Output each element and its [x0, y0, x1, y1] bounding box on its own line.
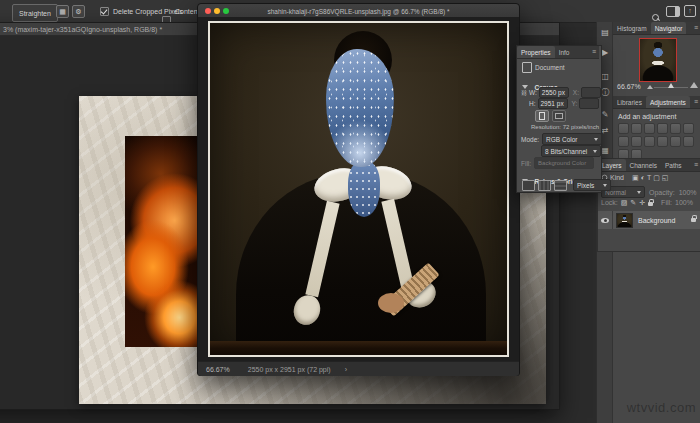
adjustment-curves-icon[interactable]	[644, 123, 655, 134]
layer-row-background[interactable]: Background	[598, 211, 700, 229]
layers-blend-row: Normal Opacity: 100%	[601, 186, 697, 198]
tab-adjustments[interactable]: Adjustments	[646, 96, 690, 108]
filter-smart-objects-icon[interactable]: ◱	[662, 174, 669, 181]
zoom-in-icon[interactable]	[690, 82, 698, 88]
navigator-zoom-value[interactable]: 66.67%	[617, 83, 641, 90]
canvas-height-row: H: 2951 px Y:	[521, 98, 599, 109]
properties-tabbar: Properties Info ≡	[517, 46, 599, 59]
portrait-hand	[378, 293, 404, 313]
layer-thumbnail[interactable]	[616, 213, 633, 228]
bit-depth-dropdown[interactable]: 8 Bits/Channel	[541, 145, 601, 157]
tab-libraries[interactable]: Libraries	[613, 96, 646, 108]
mode-row: Mode: RGB Color	[521, 133, 602, 145]
adjustment-icons-grid	[618, 123, 698, 160]
fill-label: Fill:	[521, 160, 531, 167]
eye-icon	[601, 218, 609, 223]
orientation-row	[535, 110, 566, 122]
link-dimensions-icon[interactable]: ⛓	[521, 90, 527, 96]
workspace-switcher-icon[interactable]	[666, 6, 680, 17]
canvas-height-field[interactable]: 2951 px	[538, 98, 568, 109]
layers-panel-menu-icon[interactable]: ≡	[694, 159, 700, 171]
filter-pixel-layers-icon[interactable]: ▣	[632, 174, 639, 181]
x-label: X:	[573, 89, 579, 96]
zoom-out-icon[interactable]	[647, 85, 653, 89]
navigator-zoom-slider-thumb[interactable]	[668, 83, 674, 88]
document-canvas-area[interactable]	[198, 17, 519, 361]
toggle-grid-icon[interactable]	[538, 180, 551, 191]
lock-position-icon[interactable]: ✛	[639, 199, 645, 206]
toggle-guides-icon[interactable]	[554, 180, 567, 191]
navigator-proxy-preview[interactable]	[639, 38, 677, 82]
orientation-landscape-button[interactable]	[552, 110, 566, 122]
mode-label: Mode:	[521, 136, 539, 143]
adjustment-color-balance-icon[interactable]	[618, 136, 629, 147]
layer-fill-value[interactable]: 100%	[675, 199, 693, 206]
active-document-window[interactable]: shahin-khalaji-r7gS86VQRLE-unsplash.jpg …	[197, 3, 520, 376]
layer-name[interactable]: Background	[638, 217, 675, 224]
tab-info[interactable]: Info	[555, 46, 574, 58]
properties-panel-menu-icon[interactable]: ≡	[592, 46, 599, 58]
portrait-galaxy-face	[326, 49, 394, 167]
tab-channels[interactable]: Channels	[626, 159, 661, 171]
h-label: H:	[529, 100, 536, 107]
lock-transparency-icon[interactable]: ▨	[621, 199, 628, 206]
clone-source-panel-icon[interactable]: ▤	[600, 28, 610, 38]
properties-doc-row: Document	[522, 62, 565, 73]
statusbar-options-chevron-icon[interactable]: ›	[345, 366, 347, 373]
units-value: Pixels	[577, 182, 594, 189]
canvas-width-field[interactable]: 2550 px	[539, 87, 569, 98]
rulers-row: Pixels	[522, 179, 611, 191]
resolution-label: Resolution: 72 pixels/inch	[531, 124, 599, 130]
statusbar-dimensions: 2550 px x 2951 px (72 ppi)	[248, 366, 331, 373]
adjustment-brightness-contrast-icon[interactable]	[618, 123, 629, 134]
adjustment-exposure-icon[interactable]	[657, 123, 668, 134]
opacity-value[interactable]: 100%	[679, 189, 697, 196]
layers-tabbar: Layers Channels Paths ≡	[598, 159, 700, 172]
portrait-image	[208, 21, 509, 357]
tab-layers[interactable]: Layers	[598, 159, 626, 171]
adjustments-tabbar: Libraries Adjustments ≡	[613, 96, 700, 109]
lock-all-icon[interactable]	[648, 202, 653, 206]
color-mode-dropdown[interactable]: RGB Color	[542, 133, 602, 145]
filter-adjustment-layers-icon[interactable]: ◐	[641, 174, 645, 181]
adjustment-levels-icon[interactable]	[631, 123, 642, 134]
adjustment-black-white-icon[interactable]	[631, 136, 642, 147]
tab-histogram[interactable]: Histogram	[613, 22, 651, 34]
tab-navigator[interactable]: Navigator	[651, 22, 687, 34]
adjustments-panel-menu-icon[interactable]: ≡	[694, 96, 700, 108]
tab-paths[interactable]: Paths	[661, 159, 686, 171]
layer-fill-label: Fill:	[661, 199, 672, 206]
navigator-panel-menu-icon[interactable]: ≡	[694, 22, 700, 34]
canvas-y-field[interactable]	[579, 98, 599, 109]
crop-settings-gear-icon[interactable]: ⚙	[72, 5, 85, 18]
adjustment-vibrance-icon[interactable]	[670, 123, 681, 134]
layers-panel: Layers Channels Paths ≡ Kind ▣ ◐ T ▢ ◱ N…	[597, 158, 700, 252]
document-titlebar[interactable]: shahin-khalaji-r7gS86VQRLE-unsplash.jpg …	[198, 4, 519, 18]
adjustment-invert-icon[interactable]	[683, 136, 694, 147]
filter-shape-layers-icon[interactable]: ▢	[653, 174, 660, 181]
adjustment-channel-mixer-icon[interactable]	[657, 136, 668, 147]
filter-type-layers-icon[interactable]: T	[647, 174, 651, 181]
adjustment-photo-filter-icon[interactable]	[644, 136, 655, 147]
layer-visibility-toggle[interactable]	[598, 211, 613, 229]
layer-locked-icon[interactable]	[691, 218, 696, 222]
canvas-x-field[interactable]	[581, 87, 601, 98]
orientation-portrait-button[interactable]	[535, 110, 549, 122]
share-image-icon[interactable]: ↑	[684, 5, 696, 17]
layer-filter-kind[interactable]: Kind	[610, 174, 624, 181]
toggle-rulers-icon[interactable]	[522, 180, 535, 191]
tab-properties[interactable]: Properties	[517, 46, 555, 58]
adjustment-hue-saturation-icon[interactable]	[683, 123, 694, 134]
bit-depth-value: 8 Bits/Channel	[545, 148, 587, 155]
straighten-button[interactable]: Straighten	[12, 4, 58, 22]
statusbar-zoom-level[interactable]: 66.67%	[206, 366, 230, 373]
adjustment-color-lookup-icon[interactable]	[670, 136, 681, 147]
lock-pixels-icon[interactable]: ✎	[630, 199, 636, 206]
add-adjustment-label: Add an adjustment	[618, 113, 676, 120]
delete-cropped-pixels-checkbox[interactable]	[100, 7, 109, 16]
canvas-fill-dropdown[interactable]: Background Color	[534, 157, 594, 169]
layers-lock-row: Lock: ▨ ✎ ✛ Fill: 100%	[601, 199, 693, 206]
units-dropdown[interactable]: Pixels	[573, 179, 611, 191]
watermark: wtvvid.com	[627, 400, 696, 415]
crop-overlay-options-icon[interactable]: ▦	[56, 5, 69, 18]
